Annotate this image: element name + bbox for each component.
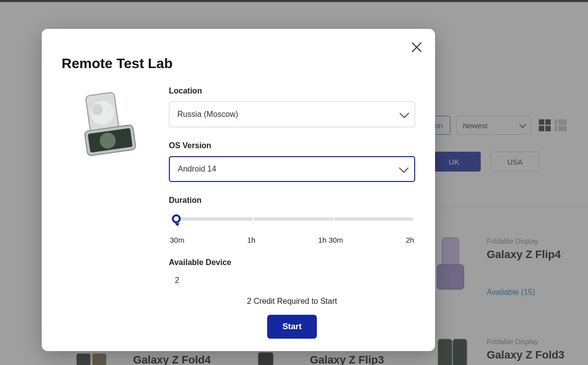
slider-thumb[interactable] <box>172 214 181 223</box>
chevron-down-icon <box>399 108 409 118</box>
start-button[interactable]: Start <box>267 315 317 339</box>
start-button-label: Start <box>283 322 302 331</box>
duration-label: Duration <box>169 196 415 205</box>
location-label: Location <box>169 87 415 95</box>
remote-test-lab-modal: Remote Test Lab Location Russia (Moscow) <box>42 29 435 351</box>
credit-required-text: 2 Credit Required to Start <box>169 297 415 306</box>
tick-2h: 2h <box>406 236 414 244</box>
modal-title: Remote Test Lab <box>62 56 415 72</box>
tick-1h: 1h <box>247 236 256 244</box>
available-device-count: 2 <box>175 276 415 285</box>
chevron-down-icon <box>399 163 409 173</box>
duration-slider[interactable] <box>169 213 415 225</box>
device-preview <box>62 87 151 339</box>
os-version-select[interactable]: Android 14 <box>169 156 415 182</box>
tick-1h30m: 1h 30m <box>318 236 343 244</box>
tick-30m: 30m <box>170 236 184 244</box>
os-version-label: OS Version <box>169 141 415 150</box>
available-device-label: Available Device <box>169 258 415 267</box>
location-value: Russia (Moscow) <box>177 110 238 119</box>
close-icon[interactable] <box>410 41 423 54</box>
os-version-value: Android 14 <box>178 165 216 174</box>
location-select[interactable]: Russia (Moscow) <box>169 101 415 127</box>
